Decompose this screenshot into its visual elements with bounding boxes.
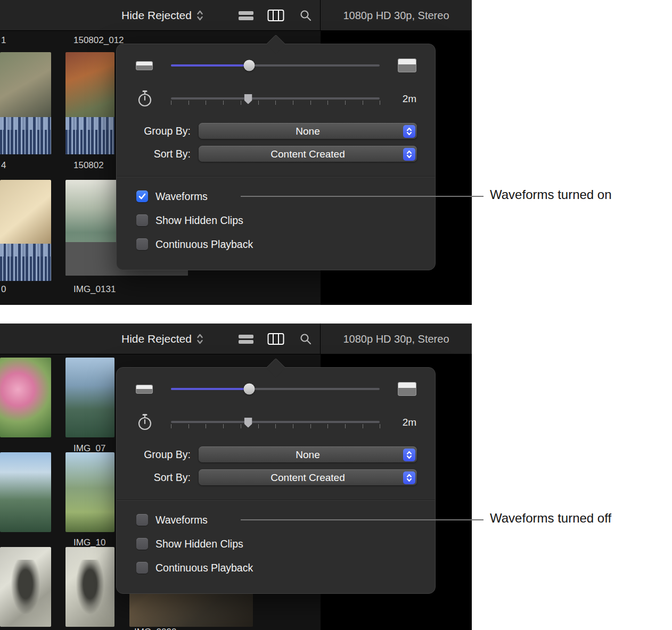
continuous-playback-row: Continuous Playback (136, 238, 253, 250)
fcp-browser-window: Hide Rejected 1080p HD 30p, Stereo (0, 324, 472, 630)
duration-stopwatch-icon (137, 413, 153, 430)
list-view-icon (238, 333, 254, 345)
clip-size-small-icon (136, 61, 153, 70)
waveforms-checkbox-label[interactable]: Waveforms (155, 514, 208, 526)
check-icon (138, 192, 146, 201)
list-view-icon (238, 9, 254, 22)
clip-thumbnail-peaks[interactable] (0, 452, 51, 532)
duration-tick-marks (171, 424, 380, 428)
popup-stepper-icon (403, 148, 415, 161)
clip-waveform (0, 117, 51, 154)
duration-stopwatch-icon (137, 90, 153, 107)
clip-name-label: 4 (1, 160, 6, 171)
panel-waveforms-off: Hide Rejected 1080p HD 30p, Stereo (0, 324, 672, 630)
callout-line (241, 196, 483, 197)
sort-by-popup[interactable]: Content Created (199, 469, 417, 485)
group-by-popup[interactable]: None (199, 123, 417, 139)
clip-thumbnail-stone-carving-2[interactable] (65, 547, 114, 627)
clip-appearance-slider-thumb[interactable] (244, 384, 255, 395)
browser-toolbar: Hide Rejected 1080p HD 30p, Stereo (0, 324, 472, 354)
clip-waveform (65, 117, 114, 154)
slider-fill (171, 388, 249, 390)
fcp-browser-window: Hide Rejected 1080p HD 30p, Stereo (0, 0, 472, 305)
clip-size-large-icon (398, 59, 416, 72)
duration-value: 2m (398, 93, 421, 105)
clip-appearance-popover: 2m Group By: None Sort By: Content Creat… (116, 44, 436, 270)
list-view-button[interactable] (235, 324, 257, 354)
annotation-waveforms-off: Waveforms turned off (490, 511, 611, 526)
group-by-value: None (296, 449, 319, 461)
popup-updown-icon (196, 10, 203, 21)
clip-thumbnail-lotus[interactable] (0, 358, 51, 437)
clip-thumbnail-stone-carving-1[interactable] (0, 547, 51, 627)
panel-waveforms-on: Hide Rejected 1080p HD 30p, Stereo (0, 0, 672, 305)
clip-size-small-icon (136, 385, 153, 394)
clip-thumbnail-umbrella-street[interactable] (65, 52, 114, 154)
sort-by-popup[interactable]: Content Created (199, 146, 417, 162)
clip-appearance-slider-thumb[interactable] (244, 60, 255, 71)
waveforms-checkbox-label[interactable]: Waveforms (155, 190, 208, 203)
callout-line (241, 519, 483, 520)
waveforms-row: Waveforms (136, 514, 208, 526)
clip-size-large-icon (398, 382, 416, 396)
duration-tick-marks (171, 101, 380, 105)
waveforms-checkbox[interactable] (136, 190, 148, 202)
clip-name-label: IMG_07 (73, 443, 105, 454)
clip-name-label: 1 (1, 35, 6, 46)
group-by-popup[interactable]: None (199, 446, 417, 462)
clip-appearance-slider[interactable] (171, 64, 380, 67)
clip-appearance-button[interactable] (265, 0, 286, 31)
sort-by-value: Content Created (271, 148, 345, 160)
clip-name-label: IMG_0090 (134, 627, 176, 630)
clip-name-label: IMG_10 (73, 537, 105, 548)
show-hidden-clips-label[interactable]: Show Hidden Clips (155, 538, 243, 550)
clip-thumbnail-valley[interactable] (65, 452, 114, 532)
continuous-playback-checkbox[interactable] (136, 562, 148, 574)
filter-popup[interactable]: Hide Rejected (121, 0, 203, 31)
show-hidden-clips-row: Show Hidden Clips (136, 538, 243, 550)
filmstrip-icon (267, 333, 284, 345)
project-format-label: 1080p HD 30p, Stereo (321, 324, 472, 354)
duration-value: 2m (398, 417, 421, 428)
show-hidden-clips-checkbox[interactable] (136, 214, 148, 226)
search-button[interactable] (295, 324, 316, 354)
annotation-waveforms-on: Waveforms turned on (490, 187, 612, 202)
popup-stepper-icon (403, 125, 415, 138)
clip-appearance-button[interactable] (265, 324, 286, 354)
filter-label: Hide Rejected (121, 333, 192, 345)
show-hidden-clips-checkbox[interactable] (136, 538, 148, 550)
filmstrip-icon (267, 9, 284, 22)
list-view-button[interactable] (235, 0, 257, 31)
search-button[interactable] (295, 0, 316, 31)
clip-appearance-popover: 2m Group By: None Sort By: Content Creat… (116, 367, 436, 594)
popup-updown-icon (196, 333, 203, 345)
clip-thumbnail-map[interactable] (0, 180, 51, 281)
sort-by-label: Sort By: (117, 148, 191, 160)
duration-slider[interactable] (171, 421, 380, 423)
filter-label: Hide Rejected (121, 9, 192, 22)
continuous-playback-label[interactable]: Continuous Playback (155, 238, 253, 251)
continuous-playback-row: Continuous Playback (136, 562, 253, 574)
group-by-value: None (296, 126, 319, 137)
popover-divider (117, 176, 435, 177)
clip-thumbnail-street[interactable] (0, 52, 51, 154)
popover-divider (117, 500, 435, 500)
clip-name-label: IMG_0131 (73, 284, 116, 295)
continuous-playback-label[interactable]: Continuous Playback (155, 562, 253, 574)
show-hidden-clips-label[interactable]: Show Hidden Clips (155, 214, 243, 227)
group-by-label: Group By: (117, 449, 191, 461)
filter-popup[interactable]: Hide Rejected (121, 324, 203, 354)
sort-by-value: Content Created (271, 472, 345, 484)
search-icon (299, 9, 312, 22)
duration-slider[interactable] (171, 97, 380, 100)
continuous-playback-checkbox[interactable] (136, 238, 148, 250)
waveforms-checkbox[interactable] (136, 514, 148, 526)
project-format-label: 1080p HD 30p, Stereo (321, 0, 472, 31)
browser-toolbar: Hide Rejected 1080p HD 30p, Stereo (0, 0, 472, 31)
clip-appearance-slider[interactable] (171, 388, 380, 390)
clip-thumbnail-lake[interactable] (65, 358, 114, 437)
clip-name-label: 0 (1, 284, 6, 295)
figure-canvas: Hide Rejected 1080p HD 30p, Stereo (0, 0, 672, 630)
sort-by-label: Sort By: (117, 471, 191, 484)
group-by-label: Group By: (117, 125, 191, 137)
